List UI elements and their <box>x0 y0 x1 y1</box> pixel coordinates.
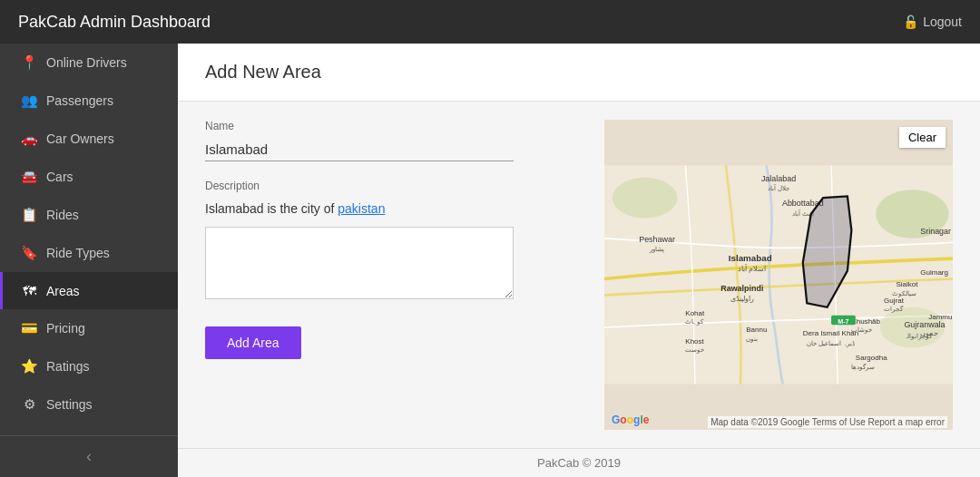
page-header: Add New Area <box>178 44 980 102</box>
settings-icon: ⚙ <box>21 396 37 413</box>
sidebar-item-label-cars: Cars <box>46 170 74 184</box>
add-area-button[interactable]: Add Area <box>205 326 301 359</box>
sidebar-item-settings[interactable]: ⚙ Settings <box>0 385 178 423</box>
description-field-group: Description Islamabad is the city of pak… <box>205 180 586 299</box>
car-owners-icon: 🚗 <box>21 131 37 147</box>
name-field-group: Name <box>205 120 586 161</box>
name-label: Name <box>205 120 586 132</box>
svg-text:راولپنڈی: راولپنڈی <box>730 295 754 303</box>
svg-text:Islamabad: Islamabad <box>729 253 772 263</box>
ride-types-icon: 🔖 <box>21 245 37 261</box>
sidebar-item-label-passengers: Passengers <box>46 93 113 108</box>
sidebar-item-label-car-owners: Car Owners <box>46 131 114 146</box>
svg-text:Rawalpindi: Rawalpindi <box>720 284 763 293</box>
form-map-container: Name Description Islamabad is the city o… <box>178 102 980 448</box>
name-input[interactable] <box>205 138 514 161</box>
ratings-icon: ⭐ <box>21 358 37 375</box>
sidebar-item-cars[interactable]: 🚘 Cars <box>0 158 178 196</box>
svg-text:Sargodha: Sargodha <box>856 354 887 362</box>
app-header: PakCab Admin Dashboard 🔓 Logout <box>0 0 980 44</box>
logout-icon: 🔓 <box>903 15 918 29</box>
footer-text: PakCab © 2019 <box>537 456 621 470</box>
sidebar-item-areas[interactable]: 🗺 Areas <box>0 272 178 309</box>
svg-text:بنوں: بنوں <box>746 336 758 343</box>
page-title: Add New Area <box>205 62 953 83</box>
sidebar-item-online-drivers[interactable]: 📍 Online Drivers <box>0 44 178 82</box>
clear-button[interactable]: Clear <box>899 127 946 148</box>
logout-button[interactable]: 🔓 Logout <box>903 15 962 29</box>
content-area: Add New Area Name Description Islamabad … <box>178 44 980 477</box>
sidebar-item-label-areas: Areas <box>46 284 80 298</box>
svg-text:Gujranwala: Gujranwala <box>904 320 945 329</box>
sidebar-item-ride-types[interactable]: 🔖 Ride Types <box>0 234 178 272</box>
description-label: Description <box>205 180 586 192</box>
areas-icon: 🗺 <box>21 283 37 298</box>
sidebar-item-label-ride-types: Ride Types <box>46 246 110 260</box>
sidebar-collapse-button[interactable]: ‹ <box>0 435 178 477</box>
passengers-icon: 👥 <box>21 92 37 109</box>
sidebar-item-label-pricing: Pricing <box>46 321 85 336</box>
svg-text:سیالکوٹ: سیالکوٹ <box>892 290 916 297</box>
sidebar-item-pricing[interactable]: 💳 Pricing <box>0 309 178 347</box>
svg-text:Gujrat: Gujrat <box>884 297 905 305</box>
description-text: Islamabad is the city of pakistan <box>205 201 586 216</box>
form-section: Name Description Islamabad is the city o… <box>205 120 586 430</box>
map-attribution: Map data ©2019 Google Terms of Use Repor… <box>708 416 947 428</box>
pricing-icon: 💳 <box>21 320 37 336</box>
svg-text:سرگودھا: سرگودھا <box>851 363 875 371</box>
sidebar-item-passengers[interactable]: 👥 Passengers <box>0 82 178 120</box>
svg-text:Khost: Khost <box>685 337 704 346</box>
svg-text:Gulmarg: Gulmarg <box>920 268 948 277</box>
svg-text:اسلام آباد: اسلام آباد <box>738 264 766 273</box>
svg-text:جلال آباد: جلال آباد <box>768 183 789 192</box>
sidebar: 📍 Online Drivers 👥 Passengers 🚗 Car Owne… <box>0 44 178 477</box>
svg-text:خوست: خوست <box>685 346 704 354</box>
map-container[interactable]: Islamabad اسلام آباد Rawalpindi راولپنڈی… <box>604 120 953 430</box>
description-textarea[interactable] <box>205 227 514 299</box>
sidebar-item-label-rides: Rides <box>46 208 79 222</box>
svg-text:Bannu: Bannu <box>746 326 767 334</box>
online-drivers-icon: 📍 <box>21 54 37 71</box>
svg-text:ڈیرہ اسماعیل خان: ڈیرہ اسماعیل خان <box>807 340 855 347</box>
svg-text:پشاور: پشاور <box>649 246 664 253</box>
main-layout: 📍 Online Drivers 👥 Passengers 🚗 Car Owne… <box>0 44 980 477</box>
footer: PakCab © 2019 <box>178 448 980 477</box>
svg-text:Dera Ismail Khan: Dera Ismail Khan <box>803 329 858 337</box>
cars-icon: 🚘 <box>21 169 37 185</box>
sidebar-item-label-online-drivers: Online Drivers <box>46 55 127 70</box>
collapse-icon: ‹ <box>86 447 92 466</box>
sidebar-item-car-owners[interactable]: 🚗 Car Owners <box>0 120 178 158</box>
map-svg: Islamabad اسلام آباد Rawalpindi راولپنڈی… <box>604 120 953 430</box>
sidebar-item-label-settings: Settings <box>46 397 93 412</box>
map-section: Islamabad اسلام آباد Rawalpindi راولپنڈی… <box>604 120 953 430</box>
svg-text:خوشاب: خوشاب <box>851 326 872 334</box>
pakistan-link[interactable]: pakistan <box>338 201 385 216</box>
sidebar-item-ratings[interactable]: ⭐ Ratings <box>0 347 178 385</box>
svg-text:Sialkot: Sialkot <box>896 280 918 288</box>
sidebar-item-rides[interactable]: 📋 Rides <box>0 196 178 234</box>
sidebar-item-label-ratings: Ratings <box>46 359 89 374</box>
google-logo: Google <box>612 414 649 426</box>
svg-text:Kohat: Kohat <box>685 309 705 317</box>
svg-text:گجرات: گجرات <box>884 305 904 313</box>
svg-text:Khushāb: Khushāb <box>851 317 880 326</box>
svg-text:کوہاٹ: کوہاٹ <box>685 318 704 326</box>
svg-text:M-7: M-7 <box>838 318 848 326</box>
svg-text:Srinagar: Srinagar <box>920 227 951 236</box>
app-title: PakCab Admin Dashboard <box>18 13 211 32</box>
svg-point-2 <box>612 178 677 219</box>
svg-text:Jalalabad: Jalalabad <box>761 174 796 183</box>
svg-text:Peshawar: Peshawar <box>639 235 675 244</box>
rides-icon: 📋 <box>21 207 37 223</box>
svg-text:گوجرانوالہ: گوجرانوالہ <box>904 332 933 340</box>
